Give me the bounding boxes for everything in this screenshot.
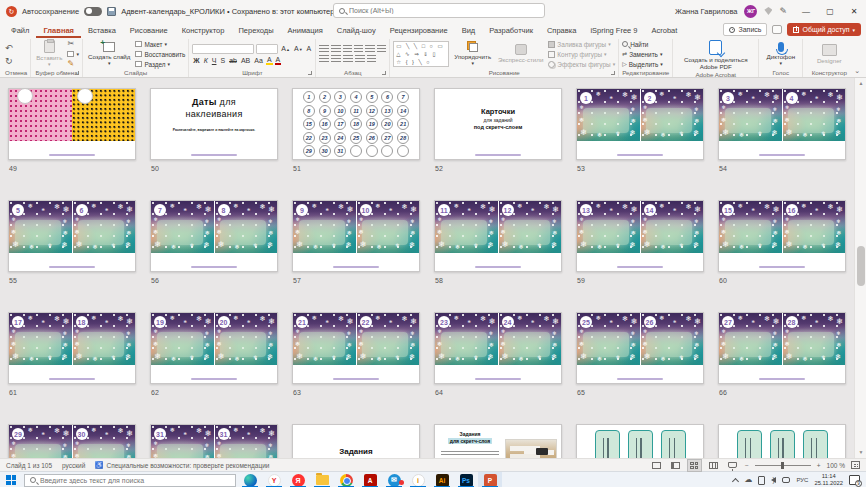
- coach-icon[interactable]: [764, 7, 772, 15]
- section-button[interactable]: Раздел ▾: [135, 60, 185, 68]
- align-right-icon[interactable]: [343, 55, 353, 63]
- volume-icon[interactable]: [771, 477, 776, 483]
- slide-thumbnail-70[interactable]: Заданиядля скретч-слоя: [434, 424, 562, 458]
- shadow-button[interactable]: S: [219, 57, 226, 64]
- maximize-button[interactable]: ▢: [818, 0, 842, 22]
- taskbar-app-photoshop[interactable]: Ps: [454, 472, 478, 487]
- scroll-down-icon[interactable]: ▼: [855, 447, 866, 458]
- taskbar-app-illustrator[interactable]: Ai: [430, 472, 454, 487]
- taskbar-search-input[interactable]: [40, 477, 230, 484]
- zoom-slider[interactable]: [755, 465, 811, 466]
- tab-конструктор[interactable]: Конструктор: [175, 22, 232, 38]
- slide-thumbnail-72[interactable]: [718, 424, 846, 458]
- align-left-icon[interactable]: [319, 55, 329, 63]
- power-icon[interactable]: [782, 477, 790, 483]
- change-case-button[interactable]: Аа: [253, 57, 264, 64]
- slide-thumbnail-59[interactable]: ❄❄❄❄❄❄❄❄❄❄❄❄13❄❄❄❄❄❄❄❄❄❄❄❄14: [576, 200, 704, 272]
- onedrive-icon[interactable]: ☁: [744, 476, 752, 484]
- start-button[interactable]: [0, 472, 22, 487]
- font-color-button[interactable]: А: [275, 56, 282, 65]
- slide-thumbnail-63[interactable]: ❄❄❄❄❄❄❄❄❄❄❄❄21❄❄❄❄❄❄❄❄❄❄❄❄22: [292, 312, 420, 384]
- slide-thumbnail-49[interactable]: [8, 88, 136, 160]
- reading-view-button[interactable]: [707, 460, 720, 471]
- pen-icon[interactable]: ✎: [779, 6, 787, 16]
- zoom-in-button[interactable]: +: [817, 462, 821, 469]
- slide-thumbnail-54[interactable]: ❄❄❄❄❄❄❄❄❄❄❄❄3❄❄❄❄❄❄❄❄❄❄❄❄4: [718, 88, 846, 160]
- slide-thumbnail-55[interactable]: ❄❄❄❄❄❄❄❄❄❄❄❄5❄❄❄❄❄❄❄❄❄❄❄❄6: [8, 200, 136, 272]
- tab-главная[interactable]: Главная: [36, 22, 81, 38]
- reset-button[interactable]: Восстановить: [135, 50, 185, 58]
- find-button[interactable]: Найти: [622, 40, 663, 48]
- scroll-up-icon[interactable]: ▲: [855, 78, 866, 89]
- dialog-launcher-icon[interactable]: [611, 71, 615, 75]
- slideshow-button[interactable]: [726, 460, 739, 471]
- paste-button[interactable]: Вставить▾: [34, 40, 64, 68]
- fit-to-window-icon[interactable]: [851, 461, 860, 469]
- normal-view-button[interactable]: [669, 460, 682, 471]
- strikethrough-button[interactable]: ab: [228, 57, 238, 64]
- create-pdf-button[interactable]: Создать и поделиться Adobe PDF: [679, 40, 753, 70]
- slide-thumbnail-50[interactable]: Даты длянаклеиванияРаспечатайте, вырежьт…: [150, 88, 278, 160]
- slide-thumbnail-61[interactable]: ❄❄❄❄❄❄❄❄❄❄❄❄17❄❄❄❄❄❄❄❄❄❄❄❄18: [8, 312, 136, 384]
- shrink-font-button[interactable]: А▼: [293, 45, 304, 52]
- designer-button[interactable]: Designer: [815, 44, 844, 64]
- vertical-scrollbar[interactable]: ▲ ▼: [854, 78, 866, 458]
- comment-icon[interactable]: [772, 25, 782, 34]
- slide-thumbnail-67[interactable]: ❄❄❄❄❄❄❄❄❄❄❄❄29❄❄❄❄❄❄❄❄❄❄❄❄30: [8, 424, 136, 458]
- slide-thumbnail-57[interactable]: ❄❄❄❄❄❄❄❄❄❄❄❄9❄❄❄❄❄❄❄❄❄❄❄❄10: [292, 200, 420, 272]
- share-button[interactable]: Общий доступ ▾: [787, 23, 861, 36]
- tab-ispring-free-9[interactable]: iSpring Free 9: [583, 22, 644, 38]
- shape-outline-button[interactable]: Контур фигуры ▾: [548, 50, 615, 58]
- clear-format-button[interactable]: А: [306, 45, 313, 52]
- numbering-icon[interactable]: [331, 45, 341, 53]
- taskbar-app-yandex-browser[interactable]: Y: [262, 472, 286, 487]
- scrollbar-thumb[interactable]: [857, 246, 865, 286]
- columns-icon[interactable]: [367, 55, 376, 63]
- taskbar-app-acrobat-reader[interactable]: A: [358, 472, 382, 487]
- slide-thumbnail-60[interactable]: ❄❄❄❄❄❄❄❄❄❄❄❄15❄❄❄❄❄❄❄❄❄❄❄❄16: [718, 200, 846, 272]
- slide-thumbnail-62[interactable]: ❄❄❄❄❄❄❄❄❄❄❄❄19❄❄❄❄❄❄❄❄❄❄❄❄20: [150, 312, 278, 384]
- char-spacing-button[interactable]: АВ: [240, 57, 251, 64]
- avatar[interactable]: ЖГ: [744, 5, 757, 18]
- close-button[interactable]: ✕: [842, 0, 866, 22]
- record-button[interactable]: Запись: [723, 23, 767, 36]
- taskbar-app-explorer[interactable]: [310, 472, 334, 487]
- shape-fill-button[interactable]: Заливка фигуры ▾: [548, 40, 615, 48]
- search-input[interactable]: [349, 7, 539, 14]
- tab-переходы[interactable]: Переходы: [231, 22, 280, 38]
- accessibility-status[interactable]: ♿ Специальные возможности: проверьте рек…: [95, 461, 269, 469]
- line-spacing-icon[interactable]: [365, 45, 375, 53]
- shape-effects-button[interactable]: Эффекты фигуры ▾: [548, 60, 615, 68]
- font-size-select[interactable]: [256, 44, 278, 54]
- copy-button[interactable]: ▾: [67, 50, 79, 58]
- format-painter-button[interactable]: ✎: [67, 60, 79, 68]
- slide-sorter-view-button[interactable]: [688, 460, 701, 471]
- notifications-icon[interactable]: 9: [849, 475, 860, 485]
- grow-font-button[interactable]: А▲: [280, 45, 291, 52]
- text-direction-icon[interactable]: [377, 45, 386, 53]
- align-center-icon[interactable]: [331, 55, 341, 63]
- highlight-color-button[interactable]: А: [266, 56, 273, 65]
- title-search-box[interactable]: [333, 3, 545, 18]
- bold-button[interactable]: Ж: [192, 57, 200, 64]
- font-name-select[interactable]: [192, 44, 254, 54]
- zoom-level[interactable]: 100 %: [827, 462, 845, 469]
- quick-styles-button[interactable]: Экспресс-стили: [496, 44, 545, 63]
- zoom-out-button[interactable]: −: [745, 462, 749, 469]
- slide-counter[interactable]: Слайд 1 из 105: [6, 462, 52, 469]
- save-icon[interactable]: [107, 7, 116, 16]
- justify-icon[interactable]: [355, 55, 365, 63]
- taskbar-app-mail[interactable]: ✉: [382, 472, 406, 487]
- slide-thumbnail-51[interactable]: 1234567891011121314151617181920212223242…: [292, 88, 420, 160]
- dialog-launcher-icon[interactable]: [75, 71, 79, 75]
- slide-thumbnail-53[interactable]: ❄❄❄❄❄❄❄❄❄❄❄❄1❄❄❄❄❄❄❄❄❄❄❄❄2: [576, 88, 704, 160]
- slide-thumbnail-69[interactable]: Заданиядля наклеивания: [292, 424, 420, 458]
- clock[interactable]: 11:14 25.11.2022: [814, 473, 843, 487]
- language-indicator[interactable]: русский: [62, 462, 85, 469]
- tab-файл[interactable]: Файл: [4, 22, 36, 38]
- redo-button[interactable]: ↻: [5, 56, 13, 66]
- cut-button[interactable]: ✂: [67, 40, 79, 48]
- dialog-launcher-icon[interactable]: [382, 71, 386, 75]
- document-title[interactable]: Адвент-календарь_КРОЛИКИ • Сохранено в: …: [121, 7, 334, 16]
- collapse-ribbon-icon[interactable]: ⌄: [854, 67, 860, 75]
